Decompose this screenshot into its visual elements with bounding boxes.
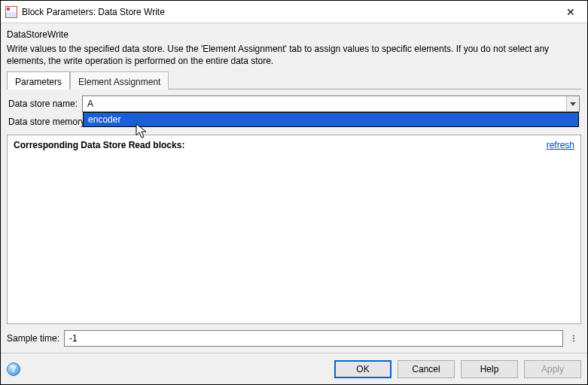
ok-button[interactable]: OK: [334, 360, 391, 378]
tab-parameters[interactable]: Parameters: [7, 71, 70, 89]
close-icon: ✕: [566, 6, 575, 18]
data-store-name-dropdown: encoder: [83, 112, 579, 127]
block-description: Write values to the specified data store…: [7, 43, 581, 67]
data-store-name-label: Data store name:: [8, 99, 78, 109]
parameters-panel: Data store name: A encoder Data st: [7, 89, 581, 135]
dialog-footer: ? OK Cancel Help Apply: [1, 353, 587, 384]
dropdown-option-encoder[interactable]: encoder: [84, 113, 578, 126]
dialog-body: DataStoreWrite Write values to the speci…: [1, 23, 587, 353]
corresponding-read-blocks-panel: Corresponding Data Store Read blocks: re…: [7, 135, 581, 324]
sample-time-label: Sample time:: [7, 333, 59, 344]
cancel-button-label: Cancel: [412, 364, 440, 374]
read-blocks-header: Corresponding Data Store Read blocks: re…: [14, 140, 574, 150]
window-title: Block Parameters: Data Store Write: [22, 7, 553, 17]
block-name: DataStoreWrite: [7, 29, 581, 40]
read-blocks-label: Corresponding Data Store Read blocks:: [14, 140, 184, 150]
data-store-name-value: A: [83, 99, 566, 109]
help-button-label: Help: [480, 364, 499, 374]
help-icon[interactable]: ?: [7, 362, 20, 376]
app-icon: [5, 6, 17, 18]
chevron-down-icon: [570, 102, 576, 106]
tab-strip: Parameters Element Assignment: [7, 71, 581, 89]
question-mark-icon: ?: [11, 364, 16, 374]
data-store-name-combo[interactable]: A encoder: [82, 95, 580, 112]
apply-button[interactable]: Apply: [524, 360, 581, 378]
refresh-link[interactable]: refresh: [547, 140, 574, 150]
data-store-name-row: Data store name: A encoder: [8, 95, 580, 112]
title-bar: Block Parameters: Data Store Write ✕: [1, 1, 587, 23]
tab-parameters-label: Parameters: [15, 77, 62, 87]
sample-time-row: Sample time:: [7, 330, 581, 347]
dialog-window: Block Parameters: Data Store Write ✕ Dat…: [0, 0, 588, 385]
cancel-button[interactable]: Cancel: [398, 360, 455, 378]
help-button[interactable]: Help: [461, 360, 518, 378]
close-button[interactable]: ✕: [553, 1, 587, 23]
vertical-ellipsis-icon: [570, 335, 577, 342]
ok-button-label: OK: [356, 364, 369, 374]
sample-time-input[interactable]: [64, 330, 563, 347]
apply-button-label: Apply: [541, 364, 564, 374]
tab-element-assignment[interactable]: Element Assignment: [70, 71, 169, 89]
tab-element-assignment-label: Element Assignment: [78, 77, 160, 87]
svg-point-0: [573, 335, 574, 337]
svg-point-1: [573, 338, 574, 339]
combo-dropdown-button[interactable]: [566, 96, 579, 111]
svg-point-2: [573, 341, 574, 342]
sample-time-more-button[interactable]: [566, 330, 581, 347]
